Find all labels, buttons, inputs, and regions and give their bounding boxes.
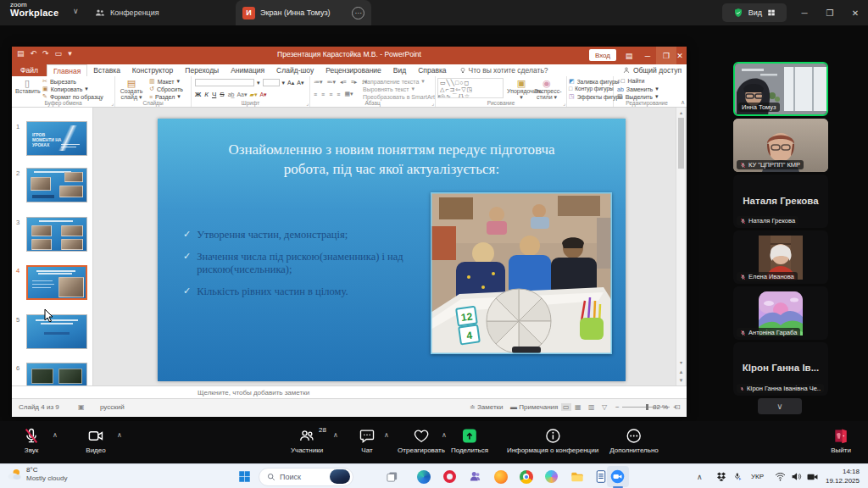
participant-video-inna-tomuz[interactable]: Инна Томуз <box>733 62 828 116</box>
font-size-input[interactable] <box>263 79 280 86</box>
camera-tray-icon[interactable] <box>807 464 818 488</box>
columns-icon[interactable]: ▦▾ <box>344 91 353 97</box>
participants-options-chevron[interactable]: ∧ <box>333 431 338 439</box>
scroll-up-icon[interactable]: ▴ <box>676 109 686 115</box>
zoom-app-icon[interactable] <box>609 468 626 485</box>
tab-home[interactable]: Главная <box>47 64 87 76</box>
chevron-down-icon[interactable]: ∨ <box>73 7 79 15</box>
chrome-icon[interactable] <box>517 468 535 485</box>
dialog-launcher-icon[interactable]: ⌟ <box>306 100 309 106</box>
more-button[interactable]: Дополнительно <box>609 428 659 454</box>
strikethrough-button[interactable]: S <box>220 91 224 98</box>
decrease-indent-icon[interactable]: ◂≡ <box>340 79 347 86</box>
reset-button[interactable]: ↺Сбросить <box>149 86 183 92</box>
wifi-tray-icon[interactable] <box>775 464 786 488</box>
char-spacing-icon[interactable]: ab̲ <box>228 92 235 97</box>
tab-transitions[interactable]: Переходы <box>179 64 225 76</box>
tab-insert[interactable]: Вставка <box>87 64 126 76</box>
replace-button[interactable]: abЗаменить ▾ <box>617 86 659 92</box>
participant-video-elena-ivanova[interactable]: Елена Иванова <box>733 230 828 284</box>
slide-canvas[interactable]: Ознайомленню з новим поняттям передує пі… <box>158 119 626 381</box>
arrange-button[interactable]: ▣ Упорядочить ▾ <box>507 78 536 101</box>
teams-icon[interactable] <box>466 468 484 485</box>
video-button[interactable]: Видео <box>86 428 105 454</box>
task-view-button[interactable] <box>383 468 401 485</box>
format-painter-button[interactable]: ✎Формат по образцу <box>42 93 103 100</box>
tab-file[interactable]: Файл <box>12 64 47 76</box>
next-slide-icon[interactable]: ▼ <box>676 378 686 383</box>
notes-toggle[interactable]: ≐ Заметки <box>470 403 504 411</box>
clock[interactable]: 14:18 19.12.2025 <box>826 468 860 485</box>
view-button[interactable]: Вид <box>722 3 787 22</box>
tray-expand-chevron[interactable]: ∧ <box>697 464 703 488</box>
change-case-icon[interactable]: Aa▾ <box>236 92 247 98</box>
layout-button[interactable]: ▥Макет ▾ <box>149 78 180 85</box>
minimize-button[interactable]: ─ <box>792 0 817 25</box>
shape-outline-button[interactable]: □Контур фигуры <box>569 86 614 92</box>
select-button[interactable]: ▧Выделить ▾ <box>617 93 658 100</box>
align-center-icon[interactable]: ≡ <box>321 92 325 97</box>
language-indicator[interactable]: русский <box>100 403 125 411</box>
volume-tray-icon[interactable] <box>791 464 802 488</box>
highlight-icon[interactable]: ▰▾ <box>250 92 258 98</box>
audio-options-chevron[interactable]: ∧ <box>53 431 58 439</box>
bold-button[interactable]: Ж <box>195 91 201 98</box>
find-button[interactable]: ○⃘Найти <box>617 78 644 84</box>
scroll-down-icon[interactable]: ▾ <box>676 359 686 365</box>
slide-sorter-view-icon[interactable]: ▦ <box>575 403 581 411</box>
reading-view-icon[interactable]: ▥ <box>588 403 595 411</box>
tab-review[interactable]: Рецензирование <box>320 64 387 76</box>
zoom-slider-knob[interactable] <box>646 404 648 410</box>
zoom-out-icon[interactable]: − <box>615 403 620 411</box>
search-box[interactable]: Поиск <box>259 468 353 486</box>
tab-view[interactable]: Вид <box>387 64 412 76</box>
underline-button[interactable]: Ч <box>212 91 216 98</box>
align-text-button[interactable]: Выровнять текст ▾ <box>363 86 415 92</box>
dialog-launcher-icon[interactable]: ⌟ <box>431 100 434 106</box>
sign-in-button[interactable]: Вход <box>589 49 616 61</box>
voice-typing-tray-icon[interactable] <box>733 464 743 488</box>
fit-slide-icon[interactable]: ⊡ <box>675 403 681 411</box>
meeting-info-button[interactable]: Информация о конференции <box>507 428 598 454</box>
video-options-chevron[interactable]: ∧ <box>117 431 122 439</box>
shapes-gallery[interactable]: ▭╲╲□○◻△⌐⊐⇦▽◳◎∿⌒{}☆ <box>437 78 504 98</box>
tab-slideshow[interactable]: Слайд-шоу <box>270 64 320 76</box>
smartart-button[interactable]: Преобразовать в SmartArt ▾ <box>363 93 440 100</box>
grow-font-icon[interactable]: А▴ <box>287 80 294 86</box>
align-right-icon[interactable]: ≡ <box>329 92 332 97</box>
firefox-icon[interactable] <box>492 468 509 485</box>
scrollbar-thumb[interactable] <box>678 118 684 169</box>
numbering-icon[interactable]: ≕▾ <box>327 79 337 86</box>
paste-button[interactable]: ▯ Вставить <box>15 78 39 94</box>
share-button[interactable]: Общий доступ <box>623 64 682 76</box>
shape-fill-button[interactable]: ◩Заливка фигуры <box>569 78 619 85</box>
participant-video-ku-cprpp[interactable]: КУ "ЦПРПП" КМР <box>733 119 828 172</box>
close-button[interactable]: ✕ <box>843 0 868 25</box>
justify-icon[interactable]: ≡ <box>337 92 340 97</box>
normal-view-icon[interactable]: ▭ <box>561 403 571 411</box>
start-button[interactable] <box>236 468 253 485</box>
language-indicator[interactable]: УКР <box>751 464 764 488</box>
opera-icon[interactable] <box>441 468 459 485</box>
notes-pane[interactable]: Щелкните, чтобы добавить заметки <box>12 385 687 398</box>
tab-help[interactable]: Справка <box>412 64 452 76</box>
slide-thumbnail-3[interactable] <box>26 217 87 252</box>
zoom-percentage[interactable]: 82 % <box>653 403 668 411</box>
ribbon-display-options-button[interactable]: ▤ <box>619 47 639 64</box>
slideshow-view-icon[interactable]: ▽ <box>602 403 607 411</box>
font-name-input[interactable] <box>195 79 254 86</box>
tab-design[interactable]: Конструктор <box>126 64 179 76</box>
cut-button[interactable]: ✂Вырезать <box>42 78 76 85</box>
tell-me-box[interactable]: Что вы хотите сделать? <box>453 64 548 76</box>
share-screen-button[interactable]: Поделиться <box>451 428 488 454</box>
dialog-launcher-icon[interactable]: ⌟ <box>563 100 565 106</box>
participants-scroll-chevron[interactable]: ∨ <box>758 398 802 414</box>
align-left-icon[interactable]: ≡ <box>314 92 317 97</box>
participants-button[interactable]: 28 Участники <box>291 428 323 454</box>
comments-toggle[interactable]: ▬ Примечания <box>510 403 558 411</box>
react-button[interactable]: Отреагировать <box>398 428 445 454</box>
bullets-icon[interactable]: ≔▾ <box>314 79 323 86</box>
text-direction-button[interactable]: Направление текста ▾ <box>363 78 425 85</box>
slide-thumbnail-2[interactable] <box>26 168 87 202</box>
copy-button[interactable]: ▣Копировать▾ <box>42 86 88 92</box>
